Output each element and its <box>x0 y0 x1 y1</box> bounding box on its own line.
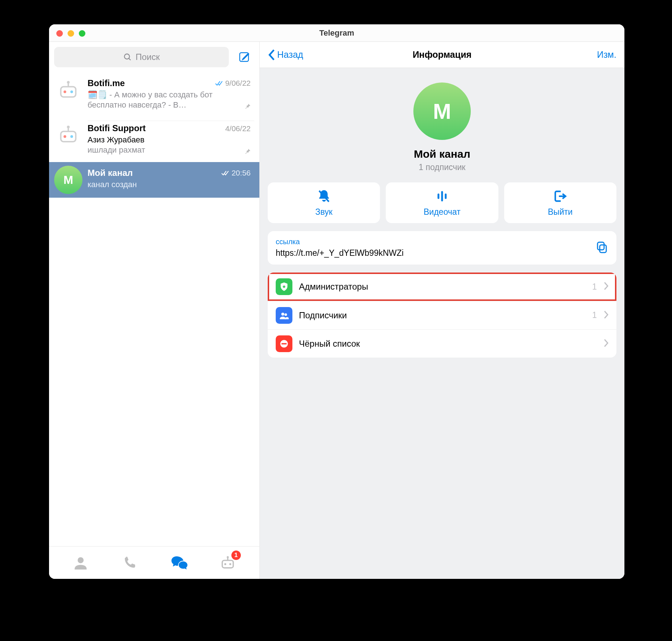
chats-icon <box>170 554 187 572</box>
svg-point-18 <box>229 563 231 565</box>
svg-rect-14 <box>222 560 233 568</box>
svg-rect-3 <box>61 87 76 97</box>
bell-muted-icon <box>317 189 331 203</box>
copy-link-button[interactable] <box>595 241 608 255</box>
people-icon <box>276 307 292 324</box>
robot-icon <box>57 79 79 101</box>
svg-line-1 <box>129 59 131 60</box>
chat-preview: Азиз Журабаев ишлади рахмат <box>88 133 251 155</box>
action-label: Звук <box>315 207 332 217</box>
chat-item-my-channel[interactable]: М Мой канал 20:56 канал создан <box>49 162 259 198</box>
svg-point-7 <box>70 90 73 93</box>
avatar: М <box>54 166 82 194</box>
chevron-left-icon <box>268 49 276 60</box>
read-check-icon <box>221 170 229 176</box>
blocked-icon <box>276 335 292 352</box>
row-subscribers[interactable]: Подписчики 1 <box>268 301 616 329</box>
avatar <box>54 121 82 149</box>
svg-rect-25 <box>598 242 604 250</box>
svg-point-17 <box>224 563 226 565</box>
app-window: Telegram Поиск <box>49 24 624 579</box>
action-leave[interactable]: Выйти <box>504 182 616 223</box>
chat-item-botifi-support[interactable]: Botifi Support 4/06/22 Азиз Журабаев ишл… <box>49 117 259 162</box>
svg-rect-24 <box>600 245 606 253</box>
search-icon <box>123 53 132 61</box>
action-sound[interactable]: Звук <box>268 182 380 223</box>
svg-point-13 <box>78 557 84 563</box>
channel-sub: 1 подписчик <box>268 162 616 172</box>
traffic-lights <box>56 30 85 37</box>
svg-point-5 <box>67 81 70 84</box>
row-blacklist[interactable]: Чёрный список <box>268 329 616 358</box>
chevron-right-icon <box>603 282 608 291</box>
search-input[interactable]: Поиск <box>54 47 229 67</box>
robot-icon <box>57 124 79 146</box>
chat-title: Botifi.me <box>88 78 125 88</box>
invite-link-row[interactable]: ссылка https://t.me/+_Y_dYElWb99kNWZi <box>268 231 616 265</box>
svg-point-26 <box>281 313 284 315</box>
svg-point-0 <box>125 54 130 59</box>
row-count: 1 <box>592 282 597 292</box>
edit-button[interactable]: Изм. <box>597 49 616 60</box>
nav-calls[interactable] <box>119 552 141 574</box>
chevron-right-icon <box>603 339 608 348</box>
row-label: Администраторы <box>299 282 586 292</box>
svg-point-27 <box>284 313 287 316</box>
chevron-right-icon <box>603 311 608 320</box>
svg-point-6 <box>64 90 66 93</box>
link-value: https://t.me/+_Y_dYElWb99kNWZi <box>276 246 589 258</box>
svg-rect-8 <box>61 132 76 142</box>
svg-rect-29 <box>282 343 287 344</box>
pin-icon <box>243 148 251 157</box>
close-window-button[interactable] <box>56 30 63 37</box>
copy-icon <box>595 241 608 254</box>
svg-point-11 <box>64 135 66 138</box>
back-label: Назад <box>277 49 303 60</box>
nav-contacts[interactable] <box>70 552 92 574</box>
avatar <box>54 76 82 104</box>
chat-date: 4/06/22 <box>225 124 251 133</box>
shield-star-icon <box>276 278 292 295</box>
voice-chat-icon <box>435 189 449 203</box>
channel-name: Мой канал <box>268 148 616 160</box>
row-administrators[interactable]: Администраторы 1 <box>268 273 616 301</box>
window-title: Telegram <box>319 28 354 37</box>
link-label: ссылка <box>276 238 589 246</box>
svg-point-10 <box>67 126 70 129</box>
bottom-nav: 1 <box>49 546 259 579</box>
channel-avatar[interactable]: М <box>413 82 471 140</box>
zoom-window-button[interactable] <box>79 30 85 37</box>
sidebar: Поиск Botifi.me <box>49 42 260 579</box>
back-button[interactable]: Назад <box>268 49 303 60</box>
nav-chats[interactable] <box>168 552 190 574</box>
svg-point-16 <box>227 556 229 558</box>
chat-preview: 🗓️🗒️ - А можно у вас создать бот бесплат… <box>88 88 251 110</box>
row-count: 1 <box>592 310 597 320</box>
row-label: Чёрный список <box>299 339 590 349</box>
info-panel: Назад Информация Изм. М Мой канал 1 подп… <box>260 42 624 579</box>
svg-point-12 <box>70 135 73 138</box>
compose-button[interactable] <box>234 47 254 67</box>
action-label: Видеочат <box>424 207 461 217</box>
action-videochat[interactable]: Видеочат <box>386 182 498 223</box>
pin-icon <box>243 102 251 112</box>
nav-bots[interactable]: 1 <box>217 552 239 574</box>
action-label: Выйти <box>548 207 572 217</box>
chat-date: 9/06/22 <box>215 79 251 88</box>
search-placeholder: Поиск <box>135 52 160 62</box>
compose-icon <box>238 51 250 63</box>
chat-preview: канал создан <box>88 178 251 190</box>
read-check-icon <box>215 80 223 86</box>
phone-icon <box>122 556 137 570</box>
minimize-window-button[interactable] <box>68 30 74 37</box>
chat-item-botifi[interactable]: Botifi.me 9/06/22 🗓️🗒️ - А можно у вас с… <box>49 72 259 117</box>
row-label: Подписчики <box>299 310 586 320</box>
panel-title: Информация <box>413 49 471 60</box>
person-icon <box>73 555 89 571</box>
chat-date: 20:56 <box>221 169 251 177</box>
chat-title: Мой канал <box>88 168 133 178</box>
chat-title: Botifi Support <box>88 123 146 133</box>
titlebar: Telegram <box>49 24 624 42</box>
leave-icon <box>553 189 567 203</box>
badge: 1 <box>231 551 241 560</box>
